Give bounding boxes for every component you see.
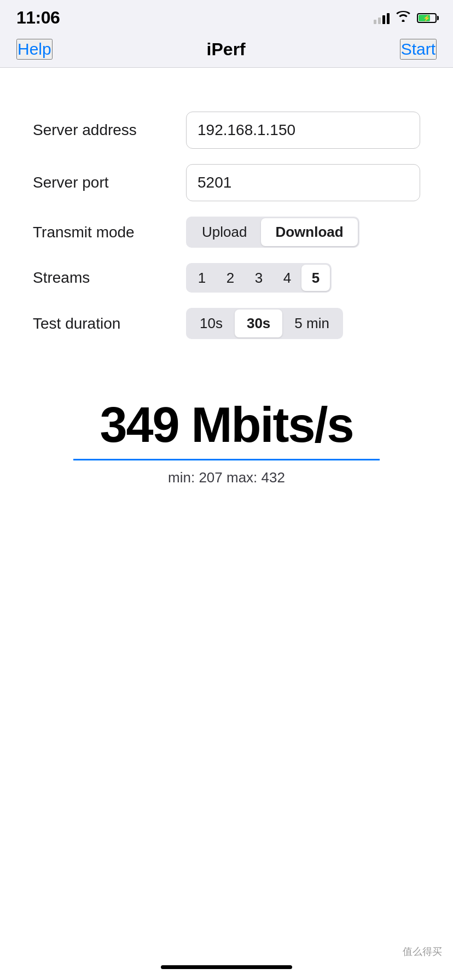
server-address-label: Server address — [33, 121, 175, 139]
stream-3-button[interactable]: 3 — [245, 265, 273, 291]
download-button[interactable]: Download — [261, 218, 357, 246]
transmit-mode-control: Upload Download — [186, 217, 359, 248]
nav-bar: Help iPerf Start — [0, 33, 453, 68]
form-section: Server address Server port Transmit mode… — [0, 68, 453, 376]
server-port-label: Server port — [33, 174, 175, 191]
streams-row: Streams 1 2 3 4 5 — [33, 263, 420, 293]
result-section: 349 Mbits/s min: 207 max: 432 — [0, 376, 453, 508]
server-port-row: Server port — [33, 164, 420, 201]
duration-5min-button[interactable]: 5 min — [282, 310, 341, 337]
upload-button[interactable]: Upload — [188, 218, 261, 246]
app-title: iPerf — [207, 39, 246, 60]
stream-5-button[interactable]: 5 — [301, 265, 330, 291]
main-content: Server address Server port Transmit mode… — [0, 68, 453, 508]
watermark: 值么得买 — [403, 945, 442, 958]
status-bar: 11:06 ⚡ — [0, 0, 453, 33]
stream-4-button[interactable]: 4 — [273, 265, 301, 291]
start-button[interactable]: Start — [400, 39, 437, 60]
duration-10s-button[interactable]: 10s — [188, 310, 235, 337]
stream-1-button[interactable]: 1 — [188, 265, 216, 291]
streams-label: Streams — [33, 269, 175, 287]
battery-icon: ⚡ — [417, 13, 437, 23]
result-divider — [73, 459, 380, 460]
duration-30s-button[interactable]: 30s — [235, 310, 282, 337]
test-duration-label: Test duration — [33, 315, 175, 332]
streams-control: 1 2 3 4 5 — [186, 263, 332, 293]
server-port-input[interactable] — [186, 164, 420, 201]
test-duration-row: Test duration 10s 30s 5 min — [33, 308, 420, 339]
server-address-input[interactable] — [186, 112, 420, 149]
server-address-row: Server address — [33, 112, 420, 149]
wifi-icon — [396, 11, 410, 25]
home-indicator — [161, 965, 292, 969]
status-time: 11:06 — [16, 8, 60, 28]
result-minmax: min: 207 max: 432 — [168, 469, 285, 486]
transmit-mode-label: Transmit mode — [33, 224, 175, 241]
status-icons: ⚡ — [374, 11, 437, 25]
signal-icon — [374, 12, 390, 24]
transmit-mode-row: Transmit mode Upload Download — [33, 217, 420, 248]
duration-control: 10s 30s 5 min — [186, 308, 343, 339]
help-button[interactable]: Help — [16, 39, 53, 60]
stream-2-button[interactable]: 2 — [216, 265, 245, 291]
result-value: 349 Mbits/s — [100, 398, 353, 452]
